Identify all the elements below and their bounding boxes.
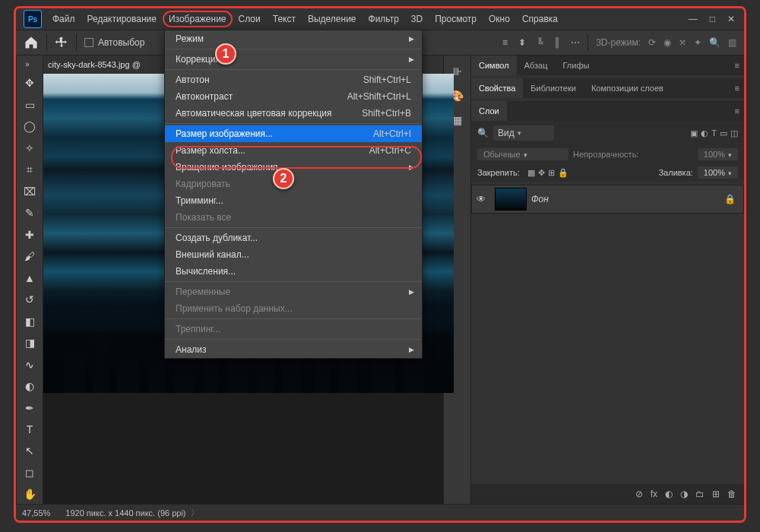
link-layers-icon[interactable]: ⊘ [635,489,643,499]
menu-item-calculations[interactable]: Вычисления... [165,263,422,280]
menu-item-rotate[interactable]: Вращение изображения [165,159,422,176]
menu-item-image-size[interactable]: Размер изображения...Alt+Ctrl+I [165,125,422,142]
menu-item-mode[interactable]: Режим [165,30,422,47]
lock-pixels-icon[interactable]: ▩ [527,168,535,178]
menu-help[interactable]: Справка [516,11,564,27]
menu-text[interactable]: Текст [267,11,302,27]
home-icon[interactable] [24,35,39,50]
3d-panel-icon[interactable]: ▥ [728,37,736,48]
lock-nested-icon[interactable]: ⊞ [548,168,555,178]
mask-icon[interactable]: ◐ [665,489,673,499]
filter-image-icon[interactable]: ▣ [690,128,698,138]
more-align-icon[interactable]: ⋯ [571,37,580,48]
delete-layer-icon[interactable]: 🗑 [727,489,736,499]
brush-tool-icon[interactable]: 🖌 [20,247,40,266]
new-layer-icon[interactable]: ⊞ [712,489,720,499]
menu-3d[interactable]: 3D [405,11,429,27]
panels-column: Символ Абзац Глифы ≡ Свойства Библиотеки… [470,55,744,504]
tab-symbol[interactable]: Символ [471,55,517,75]
history-brush-tool-icon[interactable]: ↺ [20,290,40,309]
stamp-tool-icon[interactable]: ▲ [20,268,40,287]
dodge-tool-icon[interactable]: ◐ [20,376,40,395]
group-icon[interactable]: 🗀 [695,489,705,499]
menu-window[interactable]: Окно [483,11,516,27]
document-tab[interactable]: city-sky-dark-8543.jpg @ [48,60,141,69]
align-bottom-icon[interactable]: ╚ [537,37,543,48]
document-info[interactable]: 1920 пикс. x 1440 пикс. (96 ppi) [65,508,185,518]
menu-filter[interactable]: Фильтр [363,11,405,27]
menu-select[interactable]: Выделение [302,11,363,27]
menu-item-correction[interactable]: Коррекция [165,51,422,68]
heal-tool-icon[interactable]: ✚ [20,225,40,244]
opacity-value[interactable]: 100% [698,148,738,160]
tab-layer-comps[interactable]: Композиции слоев [584,78,671,98]
menu-view[interactable]: Просмотр [429,11,483,27]
menu-item-autocolor[interactable]: Автоматическая цветовая коррекцияShift+C… [165,105,422,122]
shape-tool-icon[interactable]: ◻ [20,463,40,482]
tab-libraries[interactable]: Библиотеки [523,78,584,98]
3d-roll-icon[interactable]: ◉ [663,37,671,48]
visibility-icon[interactable]: 👁 [472,194,490,204]
filter-text-icon[interactable]: T [711,128,717,138]
fx-icon[interactable]: fx [651,489,657,499]
menu-file[interactable]: Файл [46,11,81,27]
hand-tool-icon[interactable]: ✋ [20,485,40,504]
move-tool-icon[interactable]: ✥ [20,74,40,93]
marquee-tool-icon[interactable]: ▭ [20,95,40,114]
panel-menu-icon[interactable]: ≡ [735,61,744,70]
blur-tool-icon[interactable]: ∿ [20,355,40,374]
panel-menu-icon[interactable]: ≡ [735,106,744,116]
eyedropper-tool-icon[interactable]: ✎ [20,204,40,223]
menu-item-apply-image[interactable]: Внешний канал... [165,246,422,263]
close-icon[interactable]: ✕ [727,14,735,24]
menu-item-analysis[interactable]: Анализ [165,341,422,358]
tab-layers[interactable]: Слои [471,101,507,121]
filter-smart-icon[interactable]: ◫ [730,128,738,138]
maximize-icon[interactable]: □ [710,14,715,24]
layer-filter-select[interactable]: Вид [493,125,554,141]
expand-tools-icon[interactable]: » [25,60,34,69]
eraser-tool-icon[interactable]: ◧ [20,312,40,331]
filter-shape-icon[interactable]: ▭ [720,128,727,138]
layer-row-background[interactable]: 👁 Фон 🔒 [471,185,744,214]
pen-tool-icon[interactable]: ✒ [20,398,40,417]
lock-all-icon[interactable]: 🔒 [558,168,568,178]
path-select-tool-icon[interactable]: ↖ [20,442,40,461]
menu-item-trim[interactable]: Тримминг... [165,192,422,209]
autoselect-checkbox[interactable] [84,38,93,47]
menu-item-autocontrast[interactable]: АвтоконтрастAlt+Shift+Ctrl+L [165,88,422,105]
annotation-badge-1: 1 [215,43,236,65]
menu-layer[interactable]: Слои [233,11,267,27]
frame-tool-icon[interactable]: ⌧ [20,182,40,201]
move-tool-icon[interactable] [55,36,68,49]
crop-tool-icon[interactable]: ⌗ [20,160,40,179]
type-tool-icon[interactable]: T [20,420,40,439]
tab-paragraph[interactable]: Абзац [517,55,556,75]
tab-properties[interactable]: Свойства [471,78,523,98]
minimize-icon[interactable]: — [689,14,698,24]
3d-orbit-icon[interactable]: ⟳ [648,37,656,48]
blend-mode-select[interactable]: Обычные [477,148,568,160]
wand-tool-icon[interactable]: ✧ [20,138,40,157]
lock-position-icon[interactable]: ✥ [538,168,545,178]
menu-item-duplicate[interactable]: Создать дубликат... [165,230,422,246]
zoom-level[interactable]: 47,55% [22,508,50,518]
3d-zoom-icon[interactable]: 🔍 [709,37,720,48]
menu-image[interactable]: Изображение [163,11,233,27]
filter-adjust-icon[interactable]: ◐ [701,128,708,138]
adjustment-icon[interactable]: ◑ [680,489,688,499]
fill-value[interactable]: 100% [698,166,738,179]
3d-slide-icon[interactable]: ✦ [694,37,701,48]
align-center-icon[interactable]: ⬍ [518,37,526,48]
lasso-tool-icon[interactable]: ◯ [20,117,40,136]
distribute-icon[interactable]: ║ [554,37,561,48]
gradient-tool-icon[interactable]: ◨ [20,333,40,352]
menu-edit[interactable]: Редактирование [81,11,163,27]
3d-pan-icon[interactable]: ⤧ [679,37,686,48]
align-left-icon[interactable]: ≡ [502,37,508,48]
menu-item-canvas-size[interactable]: Размер холста...Alt+Ctrl+C [165,142,422,159]
tab-glyphs[interactable]: Глифы [556,55,597,75]
info-chevron-icon[interactable]: 〉 [191,507,199,518]
menu-item-autotone[interactable]: АвтотонShift+Ctrl+L [165,71,422,88]
panel-menu-icon[interactable]: ≡ [735,84,744,93]
